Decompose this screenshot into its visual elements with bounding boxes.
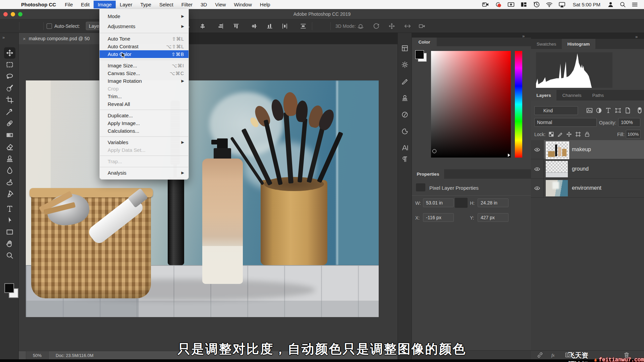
menu-item-duplicate[interactable]: Duplicate... xyxy=(100,112,189,119)
align-bottom-icon[interactable] xyxy=(266,23,273,29)
wifi-icon[interactable] xyxy=(546,1,553,8)
menu-view[interactable]: View xyxy=(211,1,230,8)
layer-visibility-cell[interactable] xyxy=(531,140,544,159)
slide-3d-icon[interactable] xyxy=(404,22,411,30)
layer-visibility-cell[interactable] xyxy=(531,179,544,197)
ellipsis-icon[interactable] xyxy=(317,23,324,29)
tab-paths[interactable]: Paths xyxy=(587,90,609,101)
layer-row-environment[interactable]: environment xyxy=(531,179,644,198)
type-tool[interactable] xyxy=(6,205,14,213)
align-top-icon[interactable] xyxy=(233,23,239,29)
menu-item-mode[interactable]: Mode▶ xyxy=(100,11,189,21)
apple-menu-icon[interactable] xyxy=(6,1,12,8)
pen-tool[interactable] xyxy=(6,190,14,198)
layer-row-makeup[interactable]: makeup xyxy=(531,140,644,159)
layer-filter-dropdown[interactable]: Kind xyxy=(534,106,578,115)
orbit-3d-icon[interactable] xyxy=(357,22,364,30)
menu-item-image-rotation[interactable]: Image Rotation▶ xyxy=(100,77,189,85)
tab-layers[interactable]: Layers xyxy=(531,90,556,101)
blend-mode-dropdown[interactable]: Normal xyxy=(534,118,597,127)
foreground-color-swatch[interactable] xyxy=(4,283,14,293)
pixel-filter-icon[interactable] xyxy=(586,107,593,114)
menu-help[interactable]: Help xyxy=(256,1,274,8)
menu-item-adjustments[interactable]: Adjustments▶ xyxy=(100,21,189,31)
quick-mask-icon[interactable] xyxy=(6,302,14,310)
clone-source-panel-icon[interactable] xyxy=(401,94,409,102)
menu-item-image-size[interactable]: Image Size...⌥⌘I xyxy=(100,62,189,69)
info-panel-icon[interactable] xyxy=(401,45,409,52)
lasso-tool[interactable] xyxy=(6,72,14,80)
align-right-icon[interactable] xyxy=(217,23,224,29)
shape-filter-icon[interactable] xyxy=(614,107,622,114)
share-icon[interactable] xyxy=(633,23,639,29)
search-icon[interactable] xyxy=(600,23,607,29)
layer-row-ground[interactable]: ground xyxy=(531,160,644,179)
screen-mode-icon[interactable] xyxy=(6,314,14,322)
menu-item-variables[interactable]: Variables▶ xyxy=(100,138,189,146)
hue-slider[interactable] xyxy=(515,51,522,158)
eye-icon[interactable] xyxy=(534,185,540,191)
panel-menu-icon[interactable] xyxy=(523,39,529,45)
fill-field[interactable]: 100% xyxy=(626,130,641,138)
panel-menu-icon[interactable] xyxy=(636,41,642,47)
y-field[interactable]: 427 px xyxy=(478,213,508,222)
menu-item-canvas-size[interactable]: Canvas Size...⌥⌘C xyxy=(100,69,189,77)
user-icon[interactable] xyxy=(607,1,614,8)
opacity-field[interactable]: 100% xyxy=(618,118,640,127)
libraries-panel-icon[interactable] xyxy=(401,128,409,135)
menu-filter[interactable]: Filter xyxy=(177,1,197,8)
eye-icon[interactable] xyxy=(534,166,540,172)
distribute-h-icon[interactable] xyxy=(281,23,288,29)
close-tab-icon[interactable]: × xyxy=(23,36,26,42)
rectangle-tool[interactable] xyxy=(6,228,14,236)
menu-edit[interactable]: Edit xyxy=(77,1,94,8)
search-icon[interactable] xyxy=(620,1,626,8)
menu-item-analysis[interactable]: Analysis▶ xyxy=(100,169,189,177)
time-machine-icon[interactable] xyxy=(533,1,540,8)
blur-tool[interactable] xyxy=(6,166,14,174)
home-icon[interactable] xyxy=(6,22,13,30)
clone-stamp-tool[interactable] xyxy=(6,155,14,163)
layer-thumbnail[interactable] xyxy=(546,141,569,159)
align-center-h-icon[interactable] xyxy=(199,23,206,29)
canvas-pasteboard[interactable] xyxy=(19,44,397,351)
tab-histogram[interactable]: Histogram xyxy=(562,39,595,49)
x-field[interactable]: -116 px xyxy=(423,213,454,222)
video-camera-icon[interactable] xyxy=(482,1,489,8)
layer-visibility-cell[interactable] xyxy=(531,160,544,178)
link-dimensions-icon[interactable] xyxy=(455,198,468,208)
menu-window[interactable]: Window xyxy=(230,1,256,8)
camera-3d-icon[interactable] xyxy=(418,22,426,30)
layer-thumbnail[interactable] xyxy=(546,161,568,177)
eye-icon[interactable] xyxy=(534,146,540,153)
zoom-tool[interactable] xyxy=(6,251,14,259)
lock-transparent-icon[interactable] xyxy=(548,131,554,137)
path-selection-tool[interactable] xyxy=(6,216,14,224)
color-saturation-square[interactable] xyxy=(431,51,511,158)
filter-toggle-switch[interactable] xyxy=(636,107,643,114)
type-filter-icon[interactable] xyxy=(605,107,612,114)
move-tool-option-icon[interactable] xyxy=(25,23,32,29)
pan-3d-icon[interactable] xyxy=(388,22,395,30)
character-panel-icon[interactable] xyxy=(401,144,409,152)
canvas-image[interactable] xyxy=(26,80,379,317)
height-field[interactable]: 24.28 in xyxy=(478,198,508,207)
swap-colors-icon[interactable] xyxy=(11,276,16,282)
menu-layer[interactable]: Layer xyxy=(116,1,137,8)
menu-item-auto-tone[interactable]: Auto Tone⇧⌘L xyxy=(100,35,189,43)
ellipsis-icon[interactable] xyxy=(6,267,13,275)
eyedropper-tool[interactable] xyxy=(6,108,14,116)
adjustment-filter-icon[interactable] xyxy=(595,107,602,114)
lock-all-icon[interactable] xyxy=(584,131,590,137)
adjustments-panel-icon[interactable] xyxy=(401,61,409,68)
menu-item-trim[interactable]: Trim... xyxy=(100,93,189,100)
default-colors-icon[interactable] xyxy=(3,276,9,282)
chevron-down-icon[interactable] xyxy=(624,23,629,29)
tab-channels[interactable]: Channels xyxy=(556,90,587,101)
app-name-menu[interactable]: Photoshop CC xyxy=(17,2,60,7)
airplay-icon[interactable] xyxy=(558,1,566,8)
distribute-v-icon[interactable] xyxy=(300,23,307,29)
panel-menu-icon[interactable] xyxy=(523,171,529,177)
gradient-tool[interactable] xyxy=(6,131,14,139)
lock-artboard-icon[interactable] xyxy=(575,131,581,137)
